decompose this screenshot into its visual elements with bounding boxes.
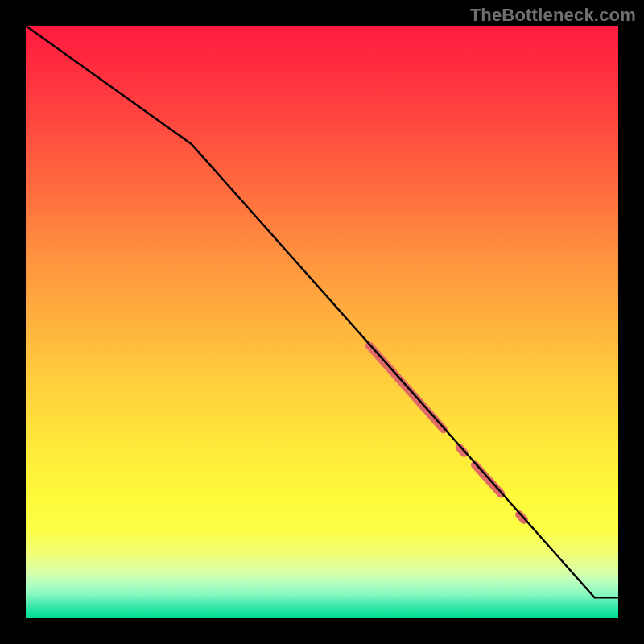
watermark-text: TheBottleneck.com bbox=[470, 5, 636, 26]
bottleneck-curve bbox=[26, 26, 618, 597]
highlight-layer bbox=[369, 345, 524, 519]
plot-area bbox=[26, 26, 618, 618]
chart-stage: TheBottleneck.com bbox=[0, 0, 644, 644]
seg-c bbox=[475, 464, 501, 493]
curve-svg bbox=[26, 26, 618, 618]
seg-a bbox=[369, 345, 444, 429]
